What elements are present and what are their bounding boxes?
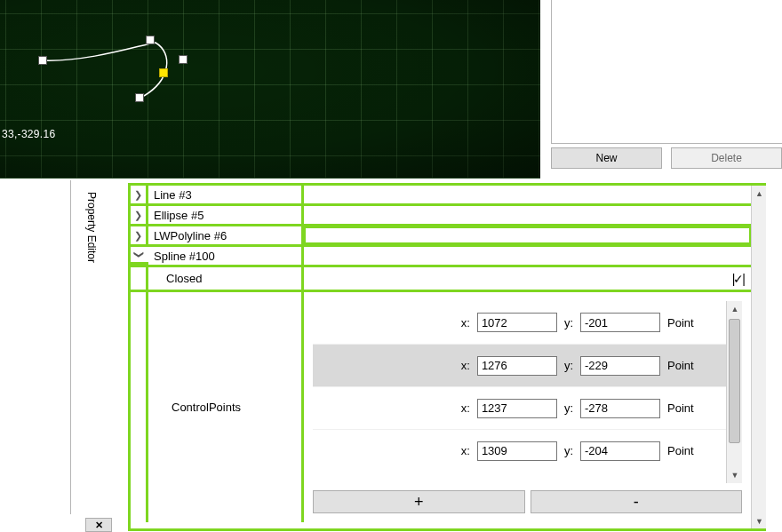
prop-row-controlpoints: . ControlPoints x:y:Pointx:y:Pointx:y:Po…	[131, 292, 751, 522]
close-icon[interactable]: ✕	[85, 518, 112, 532]
entity-list-panel	[551, 0, 782, 144]
point-kind-label: Point	[667, 359, 703, 372]
scroll-up-icon[interactable]: ▲	[752, 186, 767, 201]
expand-spacer: .	[131, 267, 148, 290]
canvas-grid	[0, 0, 540, 178]
y-label: y:	[564, 316, 573, 330]
x-label: x:	[461, 401, 470, 415]
tree-label[interactable]: Spline #100	[148, 247, 304, 265]
x-input[interactable]	[477, 399, 557, 418]
new-button[interactable]: New	[551, 147, 662, 169]
scroll-down-icon[interactable]: ▼	[727, 467, 742, 483]
y-label: y:	[564, 444, 573, 457]
drawing-canvas[interactable]: 33,-329.16	[0, 0, 540, 179]
property-editor-title: Property Editor	[82, 192, 98, 298]
x-input[interactable]	[477, 313, 557, 332]
tree-row-ellipse: ❯ Ellipse #5	[131, 206, 751, 226]
y-label: y:	[564, 359, 573, 372]
y-input[interactable]	[580, 356, 660, 376]
point-kind-label: Point	[667, 401, 703, 415]
checkbox-icon[interactable]: |✓|	[732, 272, 744, 286]
tree-value	[304, 206, 751, 224]
tree-label[interactable]: LWPolyline #6	[148, 226, 304, 244]
control-handle[interactable]	[38, 56, 47, 65]
x-label: x:	[461, 359, 470, 372]
tree-value	[304, 226, 751, 244]
expand-toggle[interactable]: ❯	[131, 226, 148, 244]
remove-point-button[interactable]: -	[531, 490, 743, 513]
expand-toggle[interactable]: ❯	[131, 206, 148, 224]
prop-row-closed: . Closed |✓|	[131, 267, 751, 292]
delete-button: Delete	[671, 147, 782, 169]
control-handle-selected[interactable]	[159, 68, 168, 77]
app-root: 33,-329.16 New Delete ✕ Property Editor …	[0, 0, 782, 532]
scroll-down-icon[interactable]: ▼	[752, 513, 767, 528]
controlpoint-row[interactable]: x:y:Point	[313, 386, 726, 429]
point-kind-label: Point	[667, 316, 703, 330]
prop-value-closed[interactable]: |✓|	[304, 267, 751, 290]
y-input[interactable]	[580, 399, 660, 418]
prop-label-closed: Closed	[148, 267, 304, 290]
tree-row-line: ❯ Line #3	[131, 186, 751, 206]
left-panel-stub	[0, 180, 71, 532]
property-editor: ❯ Line #3 ❯ Ellipse #5 ❯ LWPolyline #6 ❯…	[128, 183, 766, 531]
scroll-thumb[interactable]	[729, 319, 740, 443]
controlpoints-scrollbar[interactable]: ▲ ▼	[726, 301, 742, 483]
entity-actions: New Delete	[551, 147, 782, 174]
controlpoint-row[interactable]: x:y:Point	[313, 344, 726, 386]
point-kind-label: Point	[667, 444, 703, 457]
scroll-up-icon[interactable]: ▲	[727, 301, 742, 317]
control-handle[interactable]	[146, 36, 155, 44]
y-label: y:	[564, 401, 573, 415]
x-input[interactable]	[477, 441, 557, 461]
tree-value	[304, 247, 751, 265]
add-point-button[interactable]: +	[313, 490, 525, 513]
x-label: x:	[461, 316, 470, 330]
tree-row-spline: ❯ Spline #100	[131, 247, 751, 267]
collapse-toggle[interactable]: ❯	[131, 247, 148, 265]
y-input[interactable]	[580, 313, 660, 332]
tree-value	[304, 186, 751, 203]
controlpoints-actions: + -	[313, 490, 742, 513]
tree-row-lwpolyline: ❯ LWPolyline #6	[131, 226, 751, 247]
x-label: x:	[461, 444, 470, 457]
controlpoint-row[interactable]: x:y:Point	[313, 429, 726, 472]
property-rows: ❯ Line #3 ❯ Ellipse #5 ❯ LWPolyline #6 ❯…	[131, 186, 751, 522]
tree-label[interactable]: Line #3	[148, 186, 304, 203]
y-input[interactable]	[580, 441, 660, 461]
control-handle[interactable]	[135, 93, 144, 102]
x-input[interactable]	[477, 356, 557, 376]
tree-label[interactable]: Ellipse #5	[148, 206, 304, 224]
property-editor-scrollbar[interactable]: ▲ ▼	[751, 186, 766, 528]
controlpoint-row[interactable]: x:y:Point	[313, 301, 726, 344]
control-handle[interactable]	[179, 55, 188, 64]
controlpoints-body: x:y:Pointx:y:Pointx:y:Pointx:y:Point ▲ ▼…	[304, 292, 751, 522]
prop-label-controlpoints: ControlPoints	[148, 292, 304, 522]
cursor-coordinates: 33,-329.16	[2, 128, 55, 140]
expand-spacer: .	[131, 292, 148, 522]
expand-toggle[interactable]: ❯	[131, 186, 148, 203]
